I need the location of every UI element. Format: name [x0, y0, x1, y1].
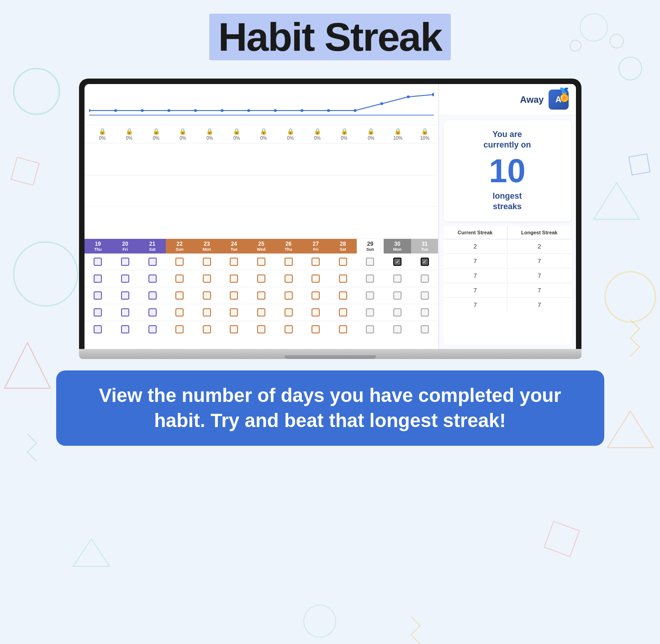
checkbox[interactable]: [366, 308, 374, 317]
checkbox[interactable]: [393, 258, 401, 266]
date-21: 21 Sat: [139, 239, 166, 253]
checkbox[interactable]: [148, 291, 157, 300]
checkbox[interactable]: [285, 291, 293, 300]
svg-point-17: [114, 109, 117, 112]
date-header-row: 19 Thu 20 Fri 21 Sat 22: [84, 239, 438, 253]
checkbox[interactable]: [148, 258, 157, 266]
checkbox[interactable]: [421, 274, 429, 283]
date-25: 25 Wed: [248, 239, 275, 253]
percent-row: 🔒 0% 🔒 0% 🔒 0% 🔒 0%: [84, 125, 438, 143]
checkbox[interactable]: [393, 308, 401, 317]
checkbox[interactable]: [94, 308, 102, 317]
checkbox[interactable]: [94, 274, 102, 283]
longest-streak-val: 7: [507, 283, 571, 297]
svg-point-20: [194, 109, 196, 112]
checkbox[interactable]: [94, 291, 102, 300]
table-row: 7 7: [444, 283, 571, 298]
checkbox[interactable]: [94, 258, 102, 266]
checkbox[interactable]: [312, 274, 320, 283]
checkbox[interactable]: [339, 291, 347, 300]
checkbox[interactable]: [393, 274, 401, 283]
checkbox[interactable]: [312, 291, 320, 300]
checkbox[interactable]: [285, 274, 293, 283]
checkbox[interactable]: [257, 308, 265, 317]
svg-point-22: [247, 109, 250, 112]
checkbox[interactable]: [230, 274, 238, 283]
current-streak-val: 7: [444, 298, 508, 312]
checkbox[interactable]: [175, 258, 184, 266]
checkbox[interactable]: [421, 308, 429, 317]
checkbox[interactable]: [121, 258, 129, 266]
svg-point-25: [327, 109, 329, 112]
checkbox[interactable]: [257, 325, 265, 333]
longest-streak-val: 7: [507, 254, 571, 268]
away-label: Away: [520, 95, 544, 105]
checkbox[interactable]: [203, 274, 211, 283]
checkbox[interactable]: [175, 274, 184, 283]
svg-point-18: [141, 109, 143, 112]
checkbox[interactable]: [203, 308, 211, 317]
checkbox[interactable]: [312, 325, 320, 333]
current-streak-val: 7: [444, 283, 508, 297]
checkbox[interactable]: [366, 258, 374, 266]
checkbox[interactable]: [393, 291, 401, 300]
checkbox[interactable]: [203, 325, 211, 333]
checkbox[interactable]: [121, 308, 129, 317]
checkbox[interactable]: [257, 258, 265, 266]
checkbox[interactable]: [421, 258, 429, 266]
checkbox[interactable]: [148, 325, 157, 333]
date-31: 31 Tue: [411, 239, 438, 253]
checkbox[interactable]: [421, 291, 429, 300]
calendar-panel: 🔒 0% 🔒 0% 🔒 0% 🔒 0%: [84, 84, 439, 349]
checkbox[interactable]: [175, 308, 184, 317]
checkbox[interactable]: [121, 274, 129, 283]
checkbox[interactable]: [393, 325, 401, 333]
checkbox[interactable]: [230, 308, 238, 317]
checkbox[interactable]: [121, 291, 129, 300]
checkbox[interactable]: [285, 258, 293, 266]
checkbox[interactable]: [148, 274, 157, 283]
checkbox[interactable]: [339, 308, 347, 317]
checkbox[interactable]: [421, 325, 429, 333]
checkbox[interactable]: [285, 325, 293, 333]
away-header: Away A: [439, 84, 576, 116]
checkbox[interactable]: [230, 291, 238, 300]
svg-point-23: [274, 109, 276, 112]
checkbox[interactable]: [175, 325, 184, 333]
percent-cell-1: 🔒 0%: [89, 128, 116, 141]
checkbox[interactable]: [148, 308, 157, 317]
date-23: 23 Mon: [193, 239, 221, 253]
away-badge: A: [549, 90, 569, 110]
checkbox[interactable]: [366, 274, 374, 283]
checkbox[interactable]: [94, 325, 102, 333]
streak-text-bottom: longest streaks: [451, 191, 564, 212]
checkbox[interactable]: [285, 308, 293, 317]
streak-number: 10: [451, 154, 564, 187]
checkbox[interactable]: [366, 291, 374, 300]
checkbox[interactable]: [312, 258, 320, 266]
date-27: 27 Fri: [302, 239, 329, 253]
checkbox[interactable]: [366, 325, 374, 333]
date-30: 30 Mon: [384, 239, 411, 253]
streak-table: Current Streak Longest Streak 2 2 7 7: [444, 226, 571, 344]
date-24: 24 Tue: [221, 239, 248, 253]
checkbox[interactable]: [312, 308, 320, 317]
checkbox[interactable]: [121, 325, 129, 333]
svg-point-16: [89, 109, 90, 112]
checkbox[interactable]: [257, 274, 265, 283]
checkbox[interactable]: [203, 291, 211, 300]
checkbox[interactable]: [339, 274, 347, 283]
checkbox[interactable]: [230, 258, 238, 266]
streak-card: You are currently on 10 longest streaks: [444, 120, 571, 222]
svg-point-24: [300, 109, 303, 112]
table-row: 7 7: [444, 254, 571, 269]
date-19: 19 Thu: [84, 239, 112, 253]
checkbox[interactable]: [339, 258, 347, 266]
laptop-device: 🔒 0% 🔒 0% 🔒 0% 🔒 0%: [79, 79, 581, 359]
checkbox[interactable]: [339, 325, 347, 333]
checkbox[interactable]: [175, 291, 184, 300]
checkbox[interactable]: [230, 325, 238, 333]
checkbox[interactable]: [257, 291, 265, 300]
checkbox[interactable]: [203, 258, 211, 266]
svg-point-21: [220, 109, 223, 112]
